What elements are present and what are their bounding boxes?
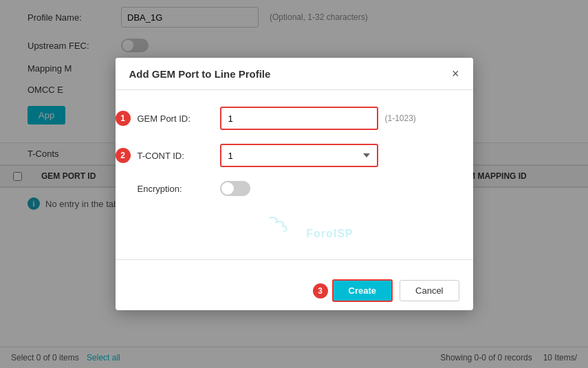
t-cont-id-select[interactable]: 1 xyxy=(220,144,378,167)
modal-divider xyxy=(116,259,473,260)
gem-port-id-input-wrap: (1-1023) xyxy=(220,107,451,130)
t-cont-id-label: T-CONT ID: xyxy=(138,151,220,161)
gem-port-id-label: GEM Port ID: xyxy=(138,113,220,124)
encryption-label: Encryption: xyxy=(138,184,220,194)
modal-header: Add GEM Port to Line Profile × xyxy=(116,58,473,90)
modal-body: 1 GEM Port ID: (1-1023) 2 T-CONT ID: 1 xyxy=(116,90,473,257)
page-background: Profile Name: (Optional, 1-32 characters… xyxy=(0,0,588,368)
t-cont-id-input-wrap: 1 xyxy=(220,144,451,167)
modal-close-button[interactable]: × xyxy=(452,67,459,80)
gem-port-id-row: 1 GEM Port ID: (1-1023) xyxy=(138,107,451,130)
encryption-toggle[interactable] xyxy=(220,181,250,196)
modal-overlay: Add GEM Port to Line Profile × 1 GEM Por… xyxy=(0,0,588,368)
create-button[interactable]: Create xyxy=(332,279,393,302)
modal-footer: 3 Create Cancel xyxy=(116,271,473,310)
create-btn-wrap: 3 Create xyxy=(332,279,393,302)
gem-port-id-input[interactable] xyxy=(220,107,378,130)
encryption-input-wrap xyxy=(220,181,451,196)
foro-isp-watermark: ForoISP xyxy=(138,210,451,240)
encryption-row: Encryption: xyxy=(138,181,451,196)
modal-title: Add GEM Port to Line Profile xyxy=(129,68,271,80)
step-3-badge: 3 xyxy=(313,283,328,299)
step-1-badge: 1 xyxy=(116,111,131,126)
cancel-button[interactable]: Cancel xyxy=(400,280,459,301)
step-2-badge: 2 xyxy=(116,148,131,163)
add-gem-port-modal: Add GEM Port to Line Profile × 1 GEM Por… xyxy=(116,58,473,310)
t-cont-id-row: 2 T-CONT ID: 1 xyxy=(138,144,451,167)
gem-port-id-hint: (1-1023) xyxy=(385,113,416,123)
